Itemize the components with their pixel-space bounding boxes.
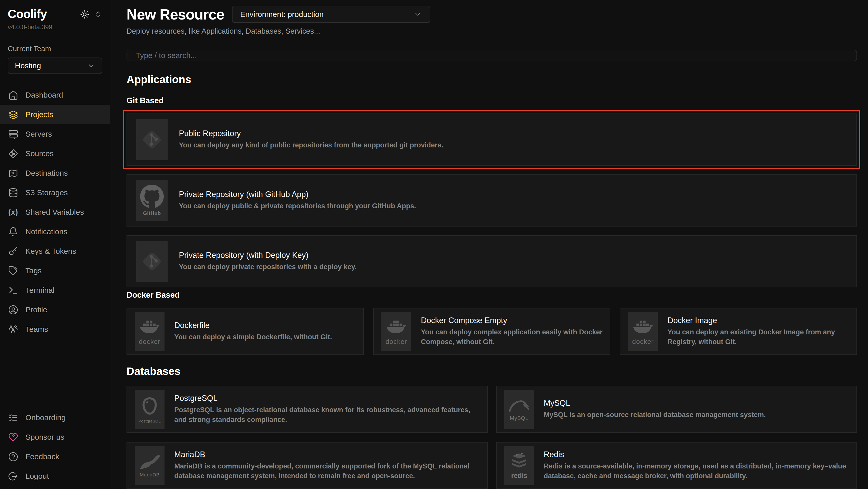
card-description: You can deploy a simple Dockerfile, with… [174,332,332,342]
github-logo-label: GitHub [143,210,161,216]
layers-icon [8,110,18,120]
sidebar-item-projects[interactable]: Projects [0,105,110,124]
docker-icon: docker [135,312,164,351]
sidebar-item-destinations[interactable]: Destinations [0,163,110,183]
card-description: You can deploy private repositories with… [179,262,356,272]
card-docker-compose-empty[interactable]: docker Docker Compose Empty You can depl… [373,308,610,355]
database-icon [8,188,18,198]
card-title: Private Repository (with Deploy Key) [179,251,356,260]
sidebar-item-logout[interactable]: Logout [0,466,110,486]
sidebar-item-servers[interactable]: Servers [0,124,110,144]
card-title: Dockerfile [174,321,332,330]
card-description: Redis is a source-available, in-memory s… [544,462,850,481]
applications-heading: Applications [127,74,857,86]
card-title: Public Repository [179,129,443,138]
sidebar-item-label: Dashboard [25,91,63,99]
sidebar-item-label: Shared Variables [25,208,84,217]
sidebar: Coolify v4.0.0-beta.399 Current Team Hos… [0,0,111,489]
page-title: New Resource [127,6,224,23]
card-dockerfile[interactable]: docker Dockerfile You can deploy a simpl… [127,308,364,355]
team-select-value: Hosting [15,61,41,70]
sidebar-item-shared-variables[interactable]: (x) Shared Variables [0,202,110,222]
card-private-repository-github-app[interactable]: GitHub Private Repository (with GitHub A… [127,174,857,227]
card-title: MySQL [544,399,766,408]
card-public-repository[interactable]: Public Repository You can deploy any kin… [127,114,857,166]
app-version: v4.0.0-beta.399 [8,23,102,31]
sidebar-item-label: Sponsor us [25,433,64,441]
card-description: PostgreSQL is an object-relational datab… [174,405,481,425]
card-postgresql[interactable]: PostgreSQL PostgreSQL PostgreSQL is an o… [127,386,488,433]
chevron-down-icon [414,10,422,19]
sidebar-item-profile[interactable]: Profile [0,300,110,319]
variables-icon: (x) [8,208,18,217]
card-title: MariaDB [174,450,481,459]
sidebar-item-terminal[interactable]: Terminal [0,281,110,300]
docker-logo-label: docker [385,338,407,346]
card-description: MariaDB is a community-developed, commer… [174,462,481,481]
sidebar-item-label: Notifications [25,227,67,236]
current-team-label: Current Team [8,45,102,53]
sidebar-item-sponsor-us[interactable]: Sponsor us [0,427,110,447]
page-subtitle: Deploy resources, like Applications, Dat… [127,27,857,35]
sidebar-item-s3-storages[interactable]: S3 Storages [0,183,110,202]
sidebar-item-feedback[interactable]: Feedback [0,447,110,466]
sidebar-item-label: Onboarding [25,413,66,422]
tag-icon [8,266,18,276]
server-icon [8,129,18,139]
logout-icon [8,471,18,481]
card-title: Private Repository (with GitHub App) [179,190,416,199]
card-description: You can deploy an existing Docker Image … [668,327,850,347]
sidebar-item-label: Keys & Tokens [25,247,76,256]
card-description: You can deploy any kind of public reposi… [179,141,443,150]
sidebar-item-label: Tags [25,266,41,275]
card-description: You can deploy public & private reposito… [179,201,416,211]
environment-select[interactable]: Environment: production [232,6,430,23]
sidebar-item-onboarding[interactable]: Onboarding [0,408,110,427]
team-select[interactable]: Hosting [8,58,102,74]
sidebar-item-keys-tokens[interactable]: Keys & Tokens [0,241,110,261]
databases-heading: Databases [127,365,857,377]
card-redis[interactable]: redis Redis Redis is a source-available,… [496,442,857,489]
search-input[interactable] [127,50,857,61]
docker-logo-label: docker [139,338,160,346]
sidebar-item-label: Teams [25,325,48,334]
users-icon [8,324,18,335]
home-icon [8,90,18,100]
sidebar-item-label: Servers [25,130,52,138]
git-card-list: Public Repository You can deploy any kin… [127,114,857,287]
git-based-heading: Git Based [127,96,857,105]
git-source-icon [8,149,18,159]
postgresql-logo-label: PostgreSQL [138,419,161,423]
sidebar-footer-nav: Onboarding Sponsor us Feedback Logout [0,408,110,486]
mariadb-logo-label: MariaDB [140,472,159,478]
card-mysql[interactable]: MySQL MySQL MySQL is an open-source rela… [496,386,857,433]
terminal-icon [8,285,18,295]
sidebar-item-label: S3 Storages [25,188,68,197]
chevrons-up-down-icon[interactable] [94,10,102,18]
user-circle-icon [8,305,18,315]
postgresql-icon: PostgreSQL [135,390,164,429]
sidebar-nav: Dashboard Projects Servers Sources Desti… [0,85,110,339]
sidebar-item-notifications[interactable]: Notifications [0,222,110,241]
card-title: Docker Image [668,316,850,325]
sidebar-item-tags[interactable]: Tags [0,261,110,281]
mysql-logo-label: MySQL [510,415,528,421]
sidebar-item-teams[interactable]: Teams [0,319,110,339]
mysql-icon: MySQL [504,390,534,429]
sidebar-item-label: Terminal [25,286,54,295]
card-private-repository-deploy-key[interactable]: Private Repository (with Deploy Key) You… [127,235,857,287]
sidebar-item-sources[interactable]: Sources [0,144,110,163]
card-mariadb[interactable]: MariaDB MariaDB MariaDB is a community-d… [127,442,488,489]
theme-toggle-sun-icon[interactable] [80,10,89,19]
docker-card-grid: docker Dockerfile You can deploy a simpl… [127,308,857,355]
database-card-grid: PostgreSQL PostgreSQL PostgreSQL is an o… [127,386,857,489]
card-docker-image[interactable]: docker Docker Image You can deploy an ex… [620,308,857,355]
card-title: Docker Compose Empty [421,316,603,325]
heart-hands-icon [8,432,18,442]
sidebar-item-label: Logout [25,472,49,481]
sidebar-item-label: Destinations [25,169,68,177]
redis-icon: redis [504,446,534,485]
docker-logo-label: docker [632,338,654,346]
sidebar-item-dashboard[interactable]: Dashboard [0,85,110,105]
chevron-down-icon [87,62,95,69]
